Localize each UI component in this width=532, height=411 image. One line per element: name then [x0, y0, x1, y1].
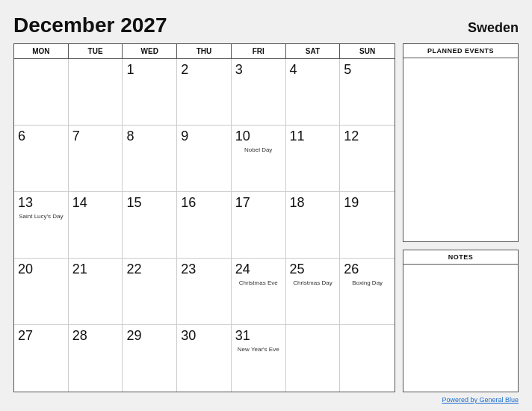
- cal-cell-25: 25 Christmas Day: [286, 259, 341, 325]
- cal-cell-1: 1: [123, 59, 177, 126]
- planned-events-header: PLANNED EVENTS: [403, 44, 518, 58]
- cal-cell-9: 9: [177, 126, 232, 192]
- cal-cell-8: 8: [123, 126, 177, 192]
- notes-box: NOTES: [403, 250, 519, 392]
- calendar-section: MON TUE WED THU FRI SAT SUN 1 2 3 4 5 6 …: [13, 43, 395, 392]
- cal-cell-3: 3: [232, 59, 286, 126]
- planned-events-body: [403, 58, 518, 241]
- notes-header: NOTES: [403, 250, 518, 265]
- cal-cell-26: 26 Boxing Day: [340, 259, 395, 325]
- cal-cell-20: 20: [14, 259, 69, 325]
- cal-cell-empty: [286, 325, 341, 392]
- cal-cell-empty: [69, 59, 123, 126]
- cal-cell-12: 12: [340, 126, 395, 192]
- calendar-grid: 1 2 3 4 5 6 7 8 9 10 Nobel Day 11 12 13: [14, 59, 395, 392]
- cal-cell-14: 14: [69, 192, 123, 259]
- cal-cell-5: 5: [340, 59, 395, 126]
- cal-cell-21: 21: [69, 259, 123, 325]
- cal-cell-28: 28: [69, 325, 123, 392]
- cal-cell-24: 24 Christmas Eve: [232, 259, 286, 325]
- footer: Powered by General Blue: [13, 396, 519, 404]
- cal-cell-27: 27: [14, 325, 69, 392]
- cal-cell-13: 13 Saint Lucy's Day: [14, 192, 69, 259]
- notes-body: [403, 265, 518, 392]
- month-title: December 2027: [13, 13, 167, 37]
- cal-cell-15: 15: [123, 192, 177, 259]
- cal-cell-31: 31 New Year's Eve: [232, 325, 286, 392]
- cal-cell-empty: [340, 325, 395, 392]
- page: December 2027 Sweden MON TUE WED THU FRI…: [0, 0, 532, 411]
- cal-cell-4: 4: [286, 59, 341, 126]
- day-header-mon: MON: [14, 44, 69, 58]
- header: December 2027 Sweden: [13, 13, 519, 37]
- cal-cell-18: 18: [286, 192, 341, 259]
- planned-events-box: PLANNED EVENTS: [403, 43, 519, 242]
- cal-cell-16: 16: [177, 192, 232, 259]
- day-header-tue: TUE: [69, 44, 123, 58]
- sidebar: PLANNED EVENTS NOTES: [403, 43, 519, 392]
- day-header-sun: SUN: [340, 44, 395, 58]
- day-header-sat: SAT: [286, 44, 341, 58]
- powered-by-link[interactable]: Powered by General Blue: [442, 396, 519, 404]
- cal-cell-6: 6: [14, 126, 69, 192]
- day-header-fri: FRI: [232, 44, 286, 58]
- cal-cell-30: 30: [177, 325, 232, 392]
- cal-cell-7: 7: [69, 126, 123, 192]
- country-title: Sweden: [468, 20, 519, 36]
- cal-cell-empty: [14, 59, 69, 126]
- cal-cell-19: 19: [340, 192, 395, 259]
- main-content: MON TUE WED THU FRI SAT SUN 1 2 3 4 5 6 …: [13, 43, 519, 392]
- cal-cell-23: 23: [177, 259, 232, 325]
- cal-cell-10: 10 Nobel Day: [232, 126, 286, 192]
- cal-cell-17: 17: [232, 192, 286, 259]
- cal-cell-2: 2: [177, 59, 232, 126]
- cal-cell-22: 22: [123, 259, 177, 325]
- day-header-wed: WED: [123, 44, 177, 58]
- cal-cell-11: 11: [286, 126, 341, 192]
- day-header-thu: THU: [177, 44, 232, 58]
- cal-cell-29: 29: [123, 325, 177, 392]
- day-headers: MON TUE WED THU FRI SAT SUN: [14, 44, 395, 59]
